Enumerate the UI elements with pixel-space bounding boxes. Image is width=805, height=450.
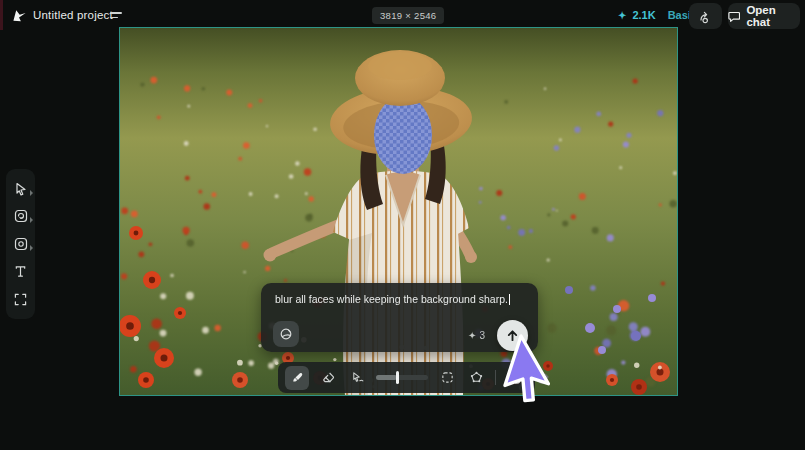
- app-logo-icon[interactable]: [12, 8, 27, 23]
- text-icon: [14, 265, 27, 278]
- rect-select-tool-button[interactable]: [437, 368, 457, 388]
- share-icon: [698, 9, 713, 24]
- media-tool-button[interactable]: [10, 205, 32, 227]
- marquee-icon: [441, 371, 454, 384]
- cost-value: 3: [479, 330, 485, 341]
- submit-prompt-button[interactable]: [497, 320, 528, 351]
- credit-cost: ✦ 3: [468, 330, 485, 341]
- brush-icon: [291, 371, 304, 384]
- undo-icon: [508, 371, 522, 385]
- cursor-icon: [14, 182, 28, 196]
- redo-icon: [537, 371, 551, 385]
- slider-handle[interactable]: [396, 371, 399, 384]
- mask-toolbar: [278, 362, 535, 393]
- prompt-text: blur all faces while keeping the backgro…: [275, 293, 508, 305]
- prompt-input[interactable]: blur all faces while keeping the backgro…: [275, 293, 510, 305]
- gem-icon: ✦: [618, 10, 626, 21]
- shape-frame-icon: [14, 237, 28, 251]
- select-tool-button[interactable]: [10, 178, 32, 200]
- eraser-tool-button[interactable]: [318, 368, 338, 388]
- project-title[interactable]: Untitled project: [33, 9, 113, 21]
- prompt-panel: blur all faces while keeping the backgro…: [261, 283, 538, 352]
- brush-style-button[interactable]: [273, 321, 299, 347]
- smart-cursor-icon: [351, 371, 364, 384]
- screen-edge-artifact: [0, 0, 3, 30]
- brush-size-slider[interactable]: [376, 375, 428, 380]
- project-menu-icon[interactable]: [110, 12, 122, 20]
- shape-tool-button[interactable]: [10, 233, 32, 255]
- image-swap-icon: [14, 209, 28, 223]
- app-window: Untitled project 3819 × 2546 ✦ 2.1K Basi…: [0, 0, 805, 450]
- toolbar-divider: [495, 370, 496, 385]
- credits-indicator[interactable]: ✦ 2.1K Basic: [618, 9, 697, 21]
- chat-bubble-icon: [728, 10, 740, 23]
- eraser-icon: [322, 371, 335, 384]
- lasso-polygon-icon: [470, 371, 483, 384]
- share-button[interactable]: [689, 3, 722, 29]
- cost-gem-icon: ✦: [468, 330, 476, 341]
- frame-tool-button[interactable]: [10, 288, 32, 310]
- brush-style-icon: [279, 327, 293, 341]
- redo-button[interactable]: [534, 368, 554, 388]
- slider-fill: [376, 375, 397, 380]
- open-chat-label: Open chat: [746, 4, 800, 28]
- text-tool-button[interactable]: [10, 261, 32, 283]
- face-mask: [374, 96, 432, 174]
- canvas-size-badge: 3819 × 2546: [372, 7, 444, 24]
- open-chat-button[interactable]: Open chat: [728, 3, 800, 29]
- smart-select-tool-button[interactable]: [347, 368, 367, 388]
- left-toolbar: [6, 169, 35, 319]
- undo-button[interactable]: [505, 368, 525, 388]
- credits-count: 2.1K: [632, 9, 655, 21]
- brush-tool-button[interactable]: [285, 366, 309, 390]
- text-caret: [509, 294, 510, 305]
- frame-corners-icon: [14, 293, 27, 306]
- arrow-up-icon: [506, 329, 519, 342]
- lasso-select-tool-button[interactable]: [466, 368, 486, 388]
